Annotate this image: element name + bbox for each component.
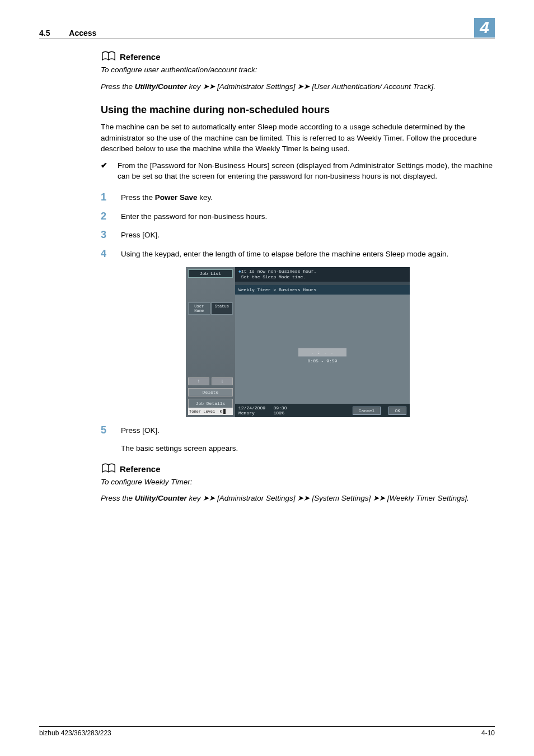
section-title: Access [69, 29, 96, 38]
ref1-b1: [Administrator Settings] [217, 82, 296, 91]
arrow-icon: ➤➤ [297, 82, 310, 91]
step-2-body: Enter the password for non-business hour… [121, 211, 495, 222]
ref2-pre: Press the [101, 494, 135, 502]
toner-level: Toner Level K [188, 408, 233, 415]
ref2-mid: key [187, 494, 203, 502]
ref1-key: Utility/Counter [135, 82, 187, 91]
step-5: 5 Press [OK]. [101, 425, 495, 436]
device-footer: 12/24/2009 09:30 Memory 100% Cancel OK [235, 404, 410, 417]
device-headline: ◆It is now non-business hour. ◆Set the S… [235, 267, 410, 282]
footer-left: bizhub 423/363/283/223 [39, 729, 111, 737]
tab-user-name[interactable]: User Name [188, 302, 210, 315]
footer-right: 4-10 [481, 729, 495, 737]
footer-datetime: 12/24/2009 09:30 Memory 100% [238, 405, 287, 416]
arrow-down-button[interactable]: ↓ [212, 377, 233, 385]
footer-mem-val: 100% [273, 410, 284, 416]
arrow-up-button[interactable]: ↑ [188, 377, 209, 385]
reference-block-2: Reference To configure Weekly Timer: Pre… [101, 463, 495, 504]
s1-key: Power Save [155, 193, 198, 202]
step-4: 4 Using the keypad, enter the length of … [101, 249, 495, 260]
footer-time: 09:30 [273, 405, 287, 410]
reference-1-line2: Press the Utility/Counter key ➤➤ [Admini… [101, 81, 495, 92]
check-icon: ✔ [101, 160, 109, 182]
step-5-body: Press [OK]. [121, 425, 495, 436]
toner-label: Toner Level [189, 409, 215, 414]
delete-button[interactable]: Delete [188, 388, 233, 396]
heading-non-scheduled: Using the machine during non-scheduled h… [101, 104, 495, 116]
step-4-num: 4 [101, 249, 110, 259]
check-note: ✔ From the [Password for Non-Business Ho… [101, 160, 495, 182]
time-range: 0:05 - 9:59 [298, 358, 346, 363]
arrow-icon: ➤➤ [373, 494, 385, 502]
ref2-b3: [Weekly Timer Settings]. [387, 494, 469, 502]
page-header: 4.5 Access 4 [39, 18, 495, 39]
time-input[interactable]: - : - - [298, 348, 346, 357]
header-left: 4.5 Access [39, 29, 96, 38]
tab-status[interactable]: Status [211, 302, 233, 315]
ref2-b2: [System Settings] [312, 494, 371, 502]
ref2-key: Utility/Counter [135, 494, 187, 502]
reference-2-line2: Press the Utility/Counter key ➤➤ [Admini… [101, 493, 495, 504]
arrow-icon: ➤➤ [203, 494, 215, 502]
job-details-button[interactable]: Job Details [188, 399, 233, 408]
intro-paragraph: The machine can be set to automatically … [101, 122, 495, 155]
ref2-b1: [Administrator Settings] [217, 494, 296, 502]
s1-pre: Press the [121, 193, 155, 202]
ok-button[interactable]: OK [388, 407, 406, 415]
headline-2: Set the Sleep Mode time. [241, 274, 306, 279]
reference-label: Reference [120, 52, 161, 62]
step-5-sub: The basic settings screen appears. [121, 444, 495, 452]
step-5-num: 5 [101, 425, 110, 435]
section-number: 4.5 [39, 29, 50, 38]
step-3: 3 Press [OK]. [101, 230, 495, 241]
reference-block-1: Reference To configure user authenticati… [101, 50, 495, 92]
headline-1: It is now non-business hour. [241, 269, 316, 274]
reference-label: Reference [120, 464, 161, 474]
step-3-body: Press [OK]. [121, 230, 495, 241]
device-area: - : - - 0:05 - 9:59 [235, 295, 410, 404]
check-text: From the [Password for Non-Business Hour… [118, 160, 495, 182]
ref1-pre: Press the [101, 82, 135, 91]
job-list-button[interactable]: Job List [188, 269, 233, 278]
step-4-body: Using the keypad, enter the length of ti… [121, 249, 495, 260]
ref1-b2: [User Authentication/ Account Track]. [312, 82, 435, 91]
device-sidebar: Job List User Name Status ↑ ↓ Delete Job… [186, 267, 235, 417]
arrow-icon: ➤➤ [203, 82, 215, 91]
breadcrumb: Weekly Timer > Business Hours [235, 285, 410, 295]
arrow-icon: ➤➤ [297, 494, 310, 502]
step-1: 1 Press the Power Save key. [101, 192, 495, 203]
page-footer: bizhub 423/363/283/223 4-10 [39, 726, 495, 737]
step-2-num: 2 [101, 211, 110, 221]
step-1-body: Press the Power Save key. [121, 192, 495, 203]
device-main: ◆It is now non-business hour. ◆Set the S… [235, 267, 410, 417]
footer-mem-label: Memory [238, 410, 255, 416]
step-3-num: 3 [101, 230, 110, 240]
header-right: 4 [474, 18, 495, 38]
toner-bar-icon [223, 409, 226, 414]
toner-k: K [219, 409, 222, 414]
book-icon [101, 463, 116, 475]
ref1-mid: key [187, 82, 203, 91]
reference-2-line1: To configure Weekly Timer: [101, 477, 495, 488]
chapter-number: 4 [474, 18, 495, 38]
reference-1-line1: To configure user authentication/account… [101, 64, 495, 76]
footer-date: 12/24/2009 [238, 405, 265, 410]
cancel-button[interactable]: Cancel [353, 407, 381, 415]
s1-post: key. [198, 193, 213, 202]
device-screenshot: Job List User Name Status ↑ ↓ Delete Job… [101, 267, 495, 417]
step-2: 2 Enter the password for non-business ho… [101, 211, 495, 222]
step-1-num: 1 [101, 192, 110, 202]
book-icon [101, 50, 116, 63]
